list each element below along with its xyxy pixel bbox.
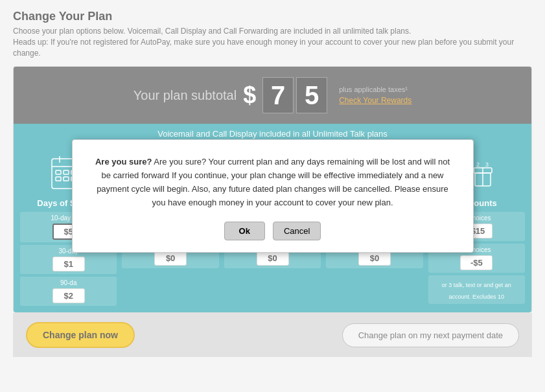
modal-buttons: Ok Cancel (91, 222, 455, 240)
modal-ok-button[interactable]: Ok (224, 222, 265, 240)
confirmation-modal: Are you sure? Are you sure? Your current… (72, 139, 474, 252)
modal-text: Are you sure? Are you sure? Your current… (91, 156, 455, 209)
modal-cancel-button[interactable]: Cancel (273, 222, 321, 240)
modal-overlay: Are you sure? Are you sure? Your current… (0, 0, 545, 392)
